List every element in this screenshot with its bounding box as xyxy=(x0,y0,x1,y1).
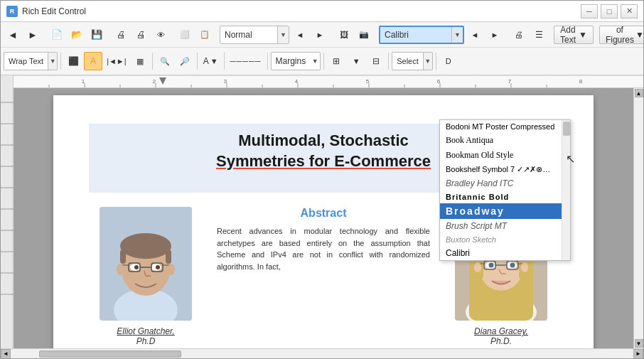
tb2-icon-f[interactable]: ▼ xyxy=(347,52,365,70)
list-button[interactable]: ☰ xyxy=(530,26,548,44)
font-item-broadway[interactable]: Broadway xyxy=(440,203,570,219)
maximize-button[interactable]: □ xyxy=(601,4,618,18)
print2-icon: 🖨 xyxy=(136,29,146,40)
font-nav-left[interactable]: ◄ xyxy=(466,26,484,44)
zoom-out-icon: 🔍 xyxy=(160,57,170,66)
style-prev[interactable]: ◄ xyxy=(291,26,309,44)
wrap-text-arrow[interactable]: ▼ xyxy=(48,52,58,70)
scroll-right-button[interactable]: ► xyxy=(633,349,643,359)
new-button[interactable]: 📄 xyxy=(48,26,66,44)
svg-text:1: 1 xyxy=(82,78,85,85)
line-style-button[interactable]: ───── xyxy=(227,52,264,70)
new-icon: 📄 xyxy=(51,29,63,40)
print2-button[interactable]: 🖨 xyxy=(132,26,150,44)
svg-point-52 xyxy=(117,264,124,275)
tb2-icon-c[interactable]: |◄►| xyxy=(104,52,129,70)
tb2-icon-g[interactable]: ⊟ xyxy=(367,52,385,70)
tb2-icon-d[interactable]: ▦ xyxy=(131,52,149,70)
svg-point-72 xyxy=(521,262,528,272)
style-dropdown[interactable]: Normal ▼ xyxy=(220,26,289,44)
select-button[interactable]: Select ▼ xyxy=(392,52,433,70)
scrollbar-thumb[interactable] xyxy=(39,350,181,358)
abstract-heading: Abstract xyxy=(217,207,430,220)
app-icon: R xyxy=(6,6,18,17)
close-button[interactable]: ✕ xyxy=(621,4,638,18)
preview-icon: 👁 xyxy=(157,31,165,39)
style-next[interactable]: ► xyxy=(311,26,329,44)
tb2-icon-a[interactable]: ⬛ xyxy=(64,52,82,70)
font-item-buxton[interactable]: Buxton Sketch xyxy=(440,233,570,246)
font-item-calibri[interactable]: Calibri xyxy=(440,246,570,260)
margins-dropdown[interactable]: Margins ▼ xyxy=(271,52,321,70)
popup-scrollbar[interactable] xyxy=(562,120,570,260)
wrap-text-label[interactable]: Wrap Text xyxy=(4,52,48,70)
select-label[interactable]: Select xyxy=(392,52,423,70)
zoom-out-button[interactable]: 🔍 xyxy=(156,52,174,70)
of-figures-button[interactable]: of Figures ▼ xyxy=(599,26,644,44)
tb2-icon-e[interactable]: ⊞ xyxy=(327,52,345,70)
svg-text:7: 7 xyxy=(508,78,512,85)
tb-icon-d[interactable]: 📷 xyxy=(355,26,373,44)
tb-icon-c[interactable]: 🖼 xyxy=(335,26,353,44)
font-style-button[interactable]: A ▼ xyxy=(200,52,221,70)
font-item-bookman[interactable]: Bookman Old Style xyxy=(440,148,570,163)
font-nav-right[interactable]: ► xyxy=(485,26,504,44)
sep14 xyxy=(267,53,268,70)
svg-point-53 xyxy=(168,264,175,275)
scroll-down-button[interactable]: ▼ xyxy=(635,339,643,348)
svg-point-64 xyxy=(489,263,494,268)
print3-button[interactable]: 🖨 xyxy=(510,26,528,44)
sep13 xyxy=(224,53,225,70)
svg-point-65 xyxy=(510,263,515,268)
add-text-button[interactable]: Add Text ▼ xyxy=(554,26,594,44)
font-dropdown-arrow: ▼ xyxy=(451,27,463,43)
style-dropdown-arrow: ▼ xyxy=(277,26,289,43)
right-person-title: Ph.D. xyxy=(444,336,558,346)
scroll-up-button[interactable]: ▲ xyxy=(635,89,643,97)
font-item-britannic[interactable]: Britannic Bold xyxy=(440,191,570,203)
toolbar-row-2: Wrap Text ▼ ⬛ A |◄►| ▦ 🔍 🔎 A ▼ ─ xyxy=(1,48,643,75)
wrap-text-button[interactable]: Wrap Text ▼ xyxy=(4,52,58,70)
position-icon: ⬛ xyxy=(68,56,79,66)
tb-icon-a[interactable]: ⬜ xyxy=(176,26,194,44)
sep10 xyxy=(60,53,61,70)
title-bar-left: R Rich Edit Control xyxy=(6,6,86,17)
scrollbar-thumb[interactable] xyxy=(563,122,570,136)
minimize-button[interactable]: ─ xyxy=(581,4,598,18)
style-dropdown-value: Normal xyxy=(220,30,277,40)
ruler-svg: 1 2 3 4 5 6 7 8 xyxy=(14,76,643,87)
scroll-left-button[interactable]: ◄ xyxy=(1,349,11,359)
line-style-icon: ───── xyxy=(230,57,262,65)
undo-icon: ◄ xyxy=(8,29,18,41)
border-icon: ▦ xyxy=(136,57,144,66)
of-figures-label: of Figures xyxy=(606,25,634,45)
font-item-brush[interactable]: Brush Script MT xyxy=(440,219,570,233)
select-arrow[interactable]: ▼ xyxy=(423,52,433,70)
horizontal-scrollbar[interactable]: ◄ ► xyxy=(1,348,643,358)
camera-icon: 📷 xyxy=(359,30,369,39)
undo-button[interactable]: ◄ xyxy=(4,26,22,44)
font-dropdown[interactable]: Calibri ▼ xyxy=(379,26,464,44)
redo-icon: ► xyxy=(28,29,38,41)
redo-button[interactable]: ► xyxy=(23,26,42,44)
vertical-scrollbar[interactable]: ▲ ▼ xyxy=(633,88,643,348)
tb-icon-b[interactable]: 📋 xyxy=(195,26,214,44)
font-item-antiqua[interactable]: Book Antiqua xyxy=(440,133,570,148)
layout-icon: ⊟ xyxy=(372,56,380,66)
zoom-in-button[interactable]: 🔎 xyxy=(176,52,194,70)
left-person-name: Elliot Gnatcher, xyxy=(89,326,203,336)
save-button[interactable]: 💾 xyxy=(87,26,106,44)
ruler-area: 1 2 3 4 5 6 7 8 xyxy=(1,75,643,88)
font-item-bookshelf[interactable]: Bookshelf Symbol 7 ✓↗✗⊗… xyxy=(440,163,570,176)
toolbar-row-1: ◄ ► 📄 📂 💾 🖨 🖨 👁 ⬜ 📋 Normal ▼ xyxy=(1,22,643,48)
font-item-bradley[interactable]: Bradley Hand ITC xyxy=(440,176,570,191)
tb2-icon-b[interactable]: A xyxy=(84,52,102,70)
print3-icon: 🖨 xyxy=(515,30,523,40)
preview-button[interactable]: 👁 xyxy=(151,26,170,44)
d-button[interactable]: D xyxy=(439,52,458,70)
font-item-bodoni[interactable]: Bodoni MT Poster Compressed xyxy=(440,120,570,133)
svg-point-71 xyxy=(474,262,481,272)
open-button[interactable]: 📂 xyxy=(68,26,86,44)
print-button[interactable]: 🖨 xyxy=(112,26,130,44)
right-person-name: Diana Gracey, xyxy=(444,326,558,336)
